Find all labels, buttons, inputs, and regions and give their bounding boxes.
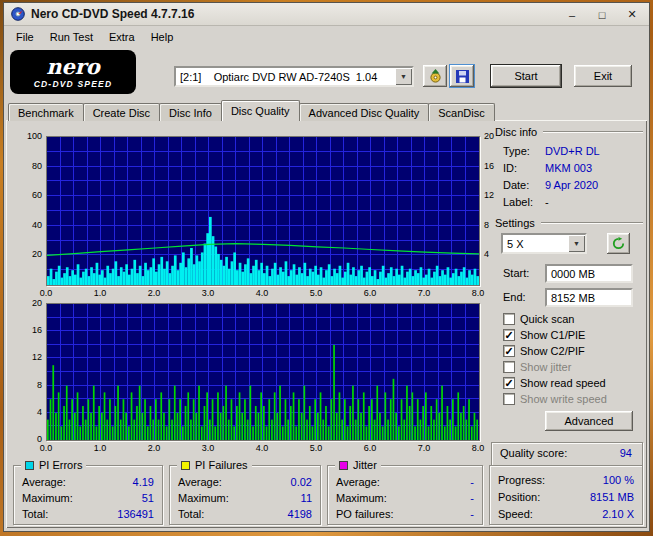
- quick-scan-checkbox[interactable]: Quick scan: [503, 312, 574, 326]
- drive-select-value: [2:1] Optiarc DVD RW AD-7240S 1.04: [176, 71, 395, 83]
- menu-help[interactable]: Help: [143, 29, 182, 45]
- pi-failures-chart: [47, 304, 479, 440]
- disc-type-row: Type:DVD+R DL: [503, 145, 643, 157]
- settings-title: Settings: [495, 217, 535, 229]
- show-jitter-checkbox[interactable]: Show jitter: [503, 360, 571, 374]
- speed-value: 2.10 X: [602, 508, 634, 523]
- window-title: Nero CD-DVD Speed 4.7.7.16: [31, 7, 194, 21]
- stat-value: 0.02: [291, 476, 312, 491]
- save-button[interactable]: [450, 65, 474, 87]
- pi-errors-y-axis: 10080604020: [16, 131, 42, 289]
- stat-value: 51: [142, 492, 154, 507]
- show-c2-pif-checkbox[interactable]: ✓Show C2/PIF: [503, 344, 585, 358]
- tab-advanced-disc-quality[interactable]: Advanced Disc Quality: [299, 103, 430, 121]
- menu-file[interactable]: File: [8, 29, 42, 45]
- start-position-field[interactable]: 0000 MB: [545, 264, 633, 283]
- disc-info-header: Disc info: [495, 126, 643, 138]
- disc-date-value: 9 Apr 2020: [545, 179, 598, 191]
- menu-extra[interactable]: Extra: [101, 29, 143, 45]
- pi-failures-x-axis: 0.01.02.03.04.05.06.07.08.0: [36, 443, 488, 453]
- checkbox-label: Show jitter: [520, 361, 571, 373]
- advanced-button[interactable]: Advanced: [545, 411, 633, 431]
- tab-bar: Benchmark Create Disc Disc Info Disc Qua…: [8, 100, 494, 121]
- nero-logo-brand: nero: [46, 56, 100, 77]
- disc-date-label: Date:: [503, 179, 545, 191]
- disc-label-value: -: [545, 196, 549, 208]
- checkbox-label: Show C2/PIF: [520, 345, 585, 357]
- tab-disc-quality[interactable]: Disc Quality: [221, 100, 300, 121]
- close-button[interactable]: ✕: [617, 3, 647, 26]
- disc-id-value: MKM 003: [545, 162, 592, 174]
- title-bar[interactable]: Nero CD-DVD Speed 4.7.7.16 – □ ✕: [4, 3, 649, 26]
- jitter-swatch: [339, 461, 348, 470]
- checkbox-label: Show read speed: [520, 377, 606, 389]
- chevron-down-icon[interactable]: ▼: [568, 235, 585, 252]
- position-label: Position:: [498, 491, 540, 506]
- stat-label: Average:: [336, 476, 380, 491]
- end-position-field[interactable]: 8152 MB: [545, 288, 633, 307]
- speed-label: Speed:: [498, 508, 533, 523]
- quality-score-box: Quality score: 94: [491, 442, 643, 466]
- quality-score-label: Quality score:: [500, 447, 567, 459]
- desktop: Nero CD-DVD Speed 4.7.7.16 – □ ✕ File Ru…: [0, 0, 653, 536]
- tab-disc-info[interactable]: Disc Info: [159, 103, 222, 121]
- pi-errors-plot: [46, 136, 480, 286]
- tab-create-disc[interactable]: Create Disc: [83, 103, 160, 121]
- checkbox-box: [503, 313, 515, 325]
- stat-label: Average:: [178, 476, 222, 491]
- pi-errors-chart: [47, 137, 479, 285]
- checkbox-box: [503, 393, 515, 405]
- refresh-button[interactable]: [607, 233, 630, 254]
- eject-button[interactable]: [423, 65, 447, 87]
- show-c1-pie-checkbox[interactable]: ✓Show C1/PIE: [503, 328, 585, 342]
- quality-score-value: 94: [620, 447, 632, 459]
- checkbox-box: [503, 361, 515, 373]
- disc-quality-panel: 10080604020 20161284 0.01.02.03.04.05.06…: [6, 120, 647, 528]
- progress-box: Progress:100 % Position:8151 MB Speed:2.…: [489, 465, 643, 525]
- pi-errors-swatch: [25, 461, 34, 470]
- jitter-group: Jitter Average:- Maximum:- PO failures:-: [327, 465, 483, 525]
- show-write-speed-checkbox[interactable]: Show write speed: [503, 392, 607, 406]
- chevron-down-icon[interactable]: ▼: [395, 68, 412, 85]
- disc-info-title: Disc info: [495, 126, 537, 138]
- checkbox-label: Show write speed: [520, 393, 607, 405]
- start-button[interactable]: Start: [491, 65, 561, 87]
- save-icon: [456, 70, 469, 83]
- tab-scandisc[interactable]: ScanDisc: [428, 103, 494, 121]
- minimize-button[interactable]: –: [557, 3, 587, 26]
- checkbox-box: ✓: [503, 329, 515, 341]
- exit-button[interactable]: Exit: [574, 65, 632, 87]
- stat-label: Total:: [178, 508, 204, 523]
- drive-select[interactable]: [2:1] Optiarc DVD RW AD-7240S 1.04 ▼: [174, 66, 414, 87]
- stat-label: Total:: [22, 508, 48, 523]
- jitter-group-title: Jitter: [353, 459, 377, 471]
- disc-type-label: Type:: [503, 145, 545, 157]
- pi-failures-group-title: PI Failures: [195, 459, 248, 471]
- tab-benchmark[interactable]: Benchmark: [8, 103, 84, 121]
- app-window: Nero CD-DVD Speed 4.7.7.16 – □ ✕ File Ru…: [3, 2, 650, 532]
- refresh-icon: [612, 237, 625, 250]
- checkbox-box: ✓: [503, 377, 515, 389]
- pi-errors-group-title: PI Errors: [39, 459, 82, 471]
- stat-value: 4198: [288, 508, 312, 523]
- show-read-speed-checkbox[interactable]: ✓Show read speed: [503, 376, 606, 390]
- disc-type-value: DVD+R DL: [545, 145, 600, 157]
- disc-label-label: Label:: [503, 196, 545, 208]
- pi-failures-swatch: [181, 461, 190, 470]
- disc-id-label: ID:: [503, 162, 545, 174]
- stat-label: PO failures:: [336, 508, 393, 523]
- maximize-button[interactable]: □: [587, 3, 617, 26]
- checkbox-label: Quick scan: [520, 313, 574, 325]
- end-position-label: End:: [503, 291, 526, 303]
- pi-errors-group: PI Errors Average:4.19 Maximum:51 Total:…: [13, 465, 163, 525]
- menu-run-test[interactable]: Run Test: [42, 29, 101, 45]
- scan-speed-select[interactable]: 5 X ▼: [501, 233, 587, 254]
- stat-label: Maximum:: [22, 492, 73, 507]
- stat-value: 136491: [117, 508, 154, 523]
- stat-value: -: [470, 476, 474, 491]
- pi-errors-x-axis: 0.01.02.03.04.05.06.07.08.0: [36, 288, 488, 298]
- stat-value: -: [470, 508, 474, 523]
- checkbox-box: ✓: [503, 345, 515, 357]
- stat-value: -: [470, 492, 474, 507]
- stat-label: Maximum:: [336, 492, 387, 507]
